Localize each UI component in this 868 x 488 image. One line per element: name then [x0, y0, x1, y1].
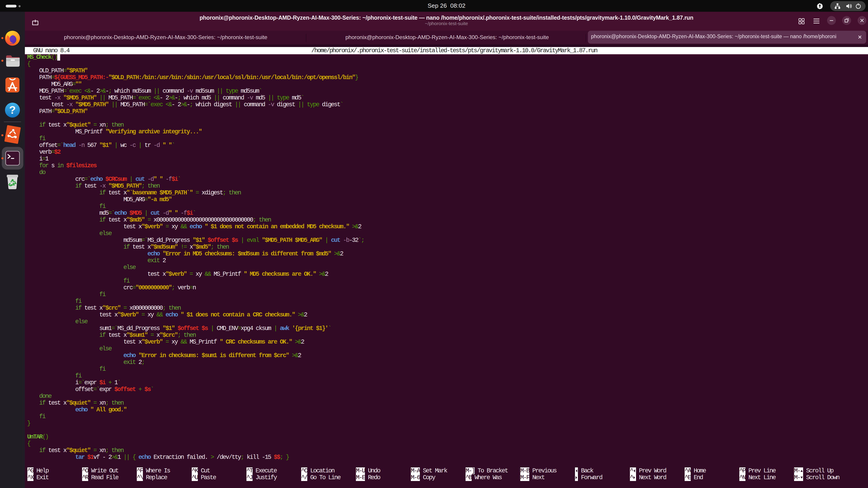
svg-text:?: ?	[9, 104, 16, 116]
